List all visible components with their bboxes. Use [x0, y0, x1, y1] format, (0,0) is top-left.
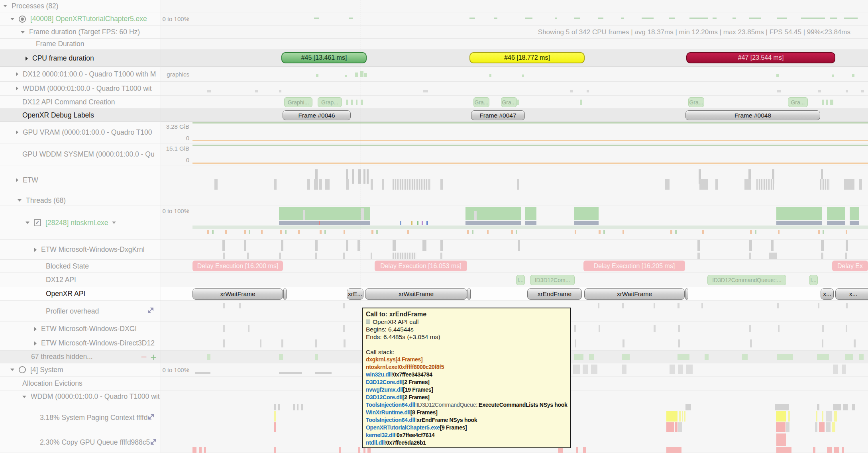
expand-arrow-icon[interactable] — [34, 341, 37, 345]
activity-tick — [367, 169, 369, 184]
dx12-creation-bar[interactable]: Gra... — [788, 97, 808, 107]
row-label-dx12-gpu[interactable]: DX12 0000:01:00.0 - Quadro T1000 with M — [0, 67, 161, 81]
openxr-api-bar[interactable]: x... — [821, 288, 834, 300]
tooltip-ends: Ends: 6.4485s (+3.054 ms) — [366, 333, 567, 341]
row-label-process-system[interactable]: [4] System — [0, 363, 161, 376]
collapse-arrow-icon[interactable] — [22, 396, 26, 398]
row-label-frame-duration[interactable]: Frame Duration — [0, 39, 161, 49]
collapse-arrow-icon[interactable] — [18, 199, 22, 202]
activity-tick — [776, 411, 786, 422]
thread-dropdown-caret-icon[interactable] — [112, 222, 116, 224]
collapse-arrow-icon[interactable] — [26, 222, 29, 224]
activity-tick — [407, 230, 409, 234]
activity-tick — [823, 230, 824, 234]
activity-tick — [298, 230, 300, 234]
activity-tick — [382, 179, 384, 190]
openxr-api-bar[interactable]: xrWaitFrame — [584, 288, 685, 300]
bar-label: Gra... — [474, 99, 488, 106]
activity-tick — [223, 339, 225, 347]
blocked-bar[interactable]: Delay Execution [16.053 ms] — [375, 261, 467, 271]
row-label-gpu-wddm-sysmem[interactable]: GPU WDDM SYSMEM (0000:01:00.0 - Qu — [0, 143, 161, 165]
dx12-creation-bar[interactable]: Gra... — [501, 97, 517, 107]
row-label-processes[interactable]: Processes (82) — [0, 0, 161, 12]
row-label-text: ETW Microsoft-Windows-Direct3D12 — [41, 339, 155, 347]
row-label-copy-gpu-queue[interactable]: 2.30% Copy GPU Queue ffffd988c5 — [0, 432, 161, 453]
row-process-openxr: [40008] OpenXRTutorialChapter5.exe — [0, 12, 868, 26]
row-label-threads-hidden[interactable]: 67 threads hidden...−+ — [0, 351, 161, 363]
dx12-api-bar[interactable]: I... — [516, 275, 525, 285]
dx12-api-bar[interactable]: ID3D12Com... — [530, 275, 575, 285]
row-label-openxr-debug-labels[interactable]: OpenXR Debug Labels — [0, 109, 161, 121]
row-label-profiler-overhead[interactable]: Profiler overhead — [0, 301, 161, 322]
openxr-api-bar[interactable]: xrE... — [347, 288, 363, 300]
add-thread-icon[interactable]: + — [149, 353, 158, 361]
row-label-gpu-vram[interactable]: GPU VRAM (0000:01:00.0 - Quadro T100 — [0, 122, 161, 143]
dx12-api-bar[interactable]: I... — [809, 275, 818, 285]
tooltip-callstack-label: Call stack: — [366, 348, 567, 356]
debug-label-bar[interactable]: Frame #0046 — [283, 110, 351, 120]
row-label-threads[interactable]: Threads (68) — [0, 195, 161, 206]
dx12-creation-bar[interactable]: Gra... — [473, 97, 489, 107]
collapse-arrow-icon[interactable] — [10, 369, 14, 371]
collapse-arrow-icon[interactable] — [10, 18, 14, 20]
expand-track-icon[interactable] — [147, 413, 155, 422]
memory-usage-line — [192, 163, 868, 164]
dx12-creation-bar[interactable]: Graphi... — [284, 97, 312, 107]
openxr-api-bar[interactable]: x... — [835, 288, 868, 300]
row-label-openxr-api[interactable]: OpenXR API — [0, 287, 161, 300]
expand-arrow-icon[interactable] — [16, 178, 18, 182]
bar-label: xrWaitFrame — [399, 290, 434, 298]
row-label-etw-dxgkrnl[interactable]: ETW Microsoft-Windows-DxgKrnl — [0, 240, 161, 259]
expand-arrow-icon[interactable] — [16, 72, 18, 76]
expand-arrow-icon[interactable] — [34, 248, 37, 252]
row-label-system-paging[interactable]: 3.18% System Paging Context ffffd — [0, 403, 161, 432]
openxr-api-bar[interactable] — [283, 288, 287, 300]
row-label-dx12-api-command-creation[interactable]: DX12 API Command Creation — [0, 96, 161, 108]
dx12-creation-bar[interactable]: Grap... — [318, 97, 342, 107]
row-label-dx12-api[interactable]: DX12 API — [0, 273, 161, 287]
blocked-bar[interactable]: Delay Execution [16.205 ms] — [583, 261, 685, 271]
dx12-api-bar[interactable]: ID3D12CommandQueue::... — [707, 275, 786, 285]
activity-tick — [755, 230, 756, 234]
row-label-thread-ntoskrnl[interactable]: ✓[28248] ntoskrnl.exe — [0, 206, 161, 239]
radio-icon[interactable] — [19, 366, 26, 373]
debug-label-bar[interactable]: Frame #0047 — [471, 110, 525, 120]
collapse-arrow-icon[interactable] — [21, 31, 25, 33]
row-label-blocked-state[interactable]: Blocked State — [0, 260, 161, 273]
row-label-wddm-system[interactable]: WDDM (0000:01:00.0 - Quadro T1000 wit — [0, 390, 161, 403]
openxr-api-bar[interactable]: xrWaitFrame — [192, 288, 283, 300]
row-label-process-openxr[interactable]: [40008] OpenXRTutorialChapter5.exe — [0, 12, 161, 25]
expand-arrow-icon[interactable] — [16, 86, 18, 90]
cpu-frame-bar[interactable]: #46 [18.772 ms] — [469, 52, 585, 63]
row-label-etw-direct3d[interactable]: ETW Microsoft-Windows-Direct3D12 — [0, 336, 161, 350]
row-label-etw-dxgi[interactable]: ETW Microsoft-Windows-DXGI — [0, 322, 161, 336]
activity-tick — [861, 90, 864, 92]
openxr-api-bar[interactable]: xrWaitFrame — [365, 288, 467, 300]
openxr-api-bar[interactable] — [685, 288, 688, 300]
blocked-bar[interactable]: Delay Execution [16.200 ms] — [192, 261, 283, 271]
selected-radio-icon[interactable] — [19, 16, 26, 23]
dx12-creation-bar[interactable]: Gra... — [688, 97, 704, 107]
row-label-cpu-frame-duration[interactable]: CPU frame duration — [0, 50, 161, 67]
activity-tick — [575, 230, 576, 234]
cpu-frame-bar[interactable]: #47 [23.544 ms] — [686, 52, 835, 63]
activity-tick — [247, 253, 249, 259]
cpu-frame-bar[interactable]: #45 [13.461 ms] — [281, 52, 367, 63]
expand-arrow-icon[interactable] — [26, 57, 28, 61]
collapse-arrow-icon[interactable] — [3, 5, 7, 7]
debug-label-bar[interactable]: Frame #0048 — [685, 110, 820, 120]
blocked-bar[interactable]: Delay Ex — [832, 261, 868, 271]
row-label-etw[interactable]: ETW — [0, 165, 161, 195]
expand-track-icon[interactable] — [147, 307, 154, 316]
row-label-frame-duration-group[interactable]: Frame duration (Target FPS: 60 Hz) — [0, 26, 161, 38]
remove-thread-icon[interactable]: − — [139, 353, 149, 361]
openxr-api-bar[interactable] — [467, 288, 471, 300]
thread-checkbox[interactable]: ✓ — [34, 219, 41, 226]
expand-track-icon[interactable] — [150, 438, 157, 447]
row-label-allocation-evictions[interactable]: Allocation Evictions — [0, 377, 161, 390]
expand-arrow-icon[interactable] — [16, 130, 18, 134]
row-label-wddm-gpu[interactable]: WDDM (0000:01:00.0 - Quadro T1000 wit — [0, 82, 161, 95]
openxr-api-bar[interactable]: xrEndFrame — [527, 288, 582, 300]
activity-tick — [826, 100, 828, 105]
expand-arrow-icon[interactable] — [34, 327, 37, 331]
